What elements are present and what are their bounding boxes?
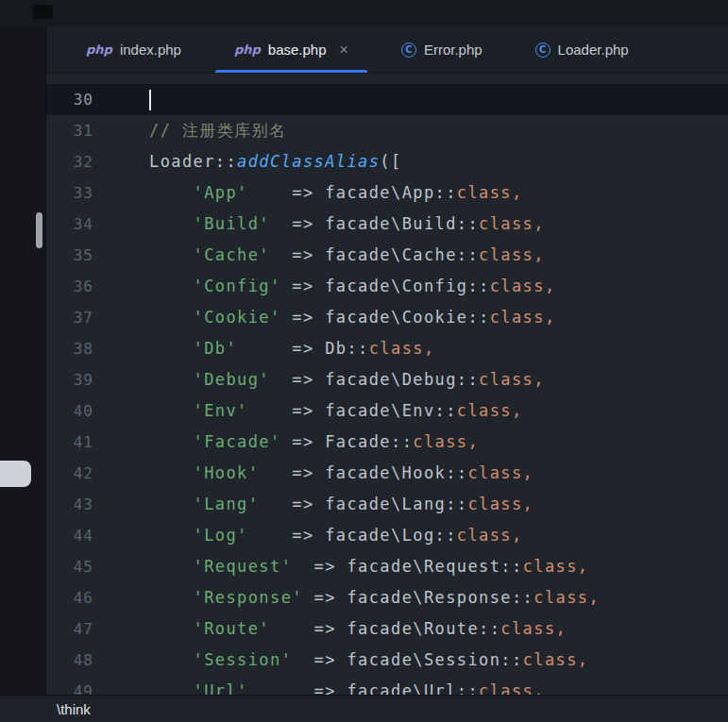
line-number[interactable]: 42 <box>46 458 93 489</box>
code-text[interactable]: 'Cache' => facade\Cache::class, <box>93 240 545 271</box>
code-text[interactable]: 'Db' => Db::class, <box>93 333 435 364</box>
code-line[interactable]: 30 <box>46 84 728 115</box>
line-number[interactable]: 44 <box>46 520 93 551</box>
code-line[interactable]: 39 'Debug' => facade\Debug::class, <box>46 364 728 395</box>
token-plain: facade\Session:: <box>347 650 522 669</box>
code-line[interactable]: 44 'Log' => facade\Log::class, <box>46 520 728 551</box>
code-line[interactable]: 36 'Config' => facade\Config::class, <box>46 271 728 302</box>
line-number[interactable]: 32 <box>46 146 93 177</box>
line-number[interactable]: 33 <box>46 177 93 209</box>
code-text[interactable]: 'Response' => facade\Response::class, <box>93 582 600 613</box>
token-plain: => <box>237 339 325 358</box>
token-plain: facade\Route:: <box>347 619 500 638</box>
token-plain <box>149 432 194 451</box>
token-str: 'Cache' <box>194 245 270 264</box>
menu-icon[interactable] <box>33 5 53 19</box>
tab-label: base.php <box>268 42 327 58</box>
token-str: 'Request' <box>194 557 293 576</box>
code-text[interactable]: Loader::addClassAlias([ <box>93 146 402 177</box>
code-line[interactable]: 42 'Hook' => facade\Hook::class, <box>46 458 728 489</box>
code-text[interactable]: 'Session' => facade\Session::class, <box>93 645 588 676</box>
token-plain: => <box>259 495 325 513</box>
token-plain: => <box>248 401 325 420</box>
code-text[interactable]: 'Build' => facade\Build::class, <box>93 209 545 240</box>
tab-Loader.php[interactable]: CLoader.php <box>513 26 652 73</box>
code-text[interactable]: 'Request' => facade\Request::class, <box>93 551 588 582</box>
token-kw: class, <box>479 214 545 233</box>
line-number[interactable]: 40 <box>46 395 93 427</box>
class-file-icon: C <box>401 42 416 58</box>
line-number[interactable]: 48 <box>46 645 93 676</box>
code-text[interactable]: 'Facade' => Facade::class, <box>93 427 479 458</box>
scrollbar-thumb[interactable] <box>36 212 42 248</box>
line-number[interactable]: 49 <box>46 676 93 695</box>
token-str: 'Lang' <box>194 495 260 513</box>
code-text[interactable]: 'Debug' => facade\Debug::class, <box>93 364 545 395</box>
line-number[interactable]: 45 <box>46 551 93 582</box>
line-number[interactable]: 36 <box>46 271 93 302</box>
token-kw: class, <box>523 650 589 669</box>
code-line[interactable]: 43 'Lang' => facade\Lang::class, <box>46 489 728 520</box>
line-number[interactable]: 43 <box>46 489 93 520</box>
token-str: 'Log' <box>194 526 248 545</box>
code-line[interactable]: 47 'Route' => facade\Route::class, <box>46 613 728 645</box>
token-plain: => <box>270 370 325 389</box>
breadcrumb[interactable]: \think <box>57 701 91 717</box>
code-line[interactable]: 32Loader::addClassAlias([ <box>46 146 728 177</box>
token-kw: class, <box>500 619 567 638</box>
token-method: addClassAlias <box>237 152 380 171</box>
code-line[interactable]: 38 'Db' => Db::class, <box>46 333 728 364</box>
code-text[interactable]: 'Env' => facade\Env::class, <box>93 395 523 427</box>
code-line[interactable]: 41 'Facade' => Facade::class, <box>46 427 728 458</box>
token-str: 'App' <box>194 183 248 202</box>
code-line[interactable]: 45 'Request' => facade\Request::class, <box>46 551 728 582</box>
line-number[interactable]: 34 <box>46 209 93 240</box>
code-text[interactable]: // 注册类库别名 <box>93 115 286 146</box>
tab-index.php[interactable]: phpindex.php <box>63 26 204 73</box>
class-file-icon: C <box>535 42 550 58</box>
code-line[interactable]: 35 'Cache' => facade\Cache::class, <box>46 240 728 271</box>
code-line[interactable]: 34 'Build' => facade\Build::class, <box>46 209 728 240</box>
code-line[interactable]: 40 'Env' => facade\Env::class, <box>46 395 728 427</box>
code-text[interactable]: 'Config' => facade\Config::class, <box>93 271 556 302</box>
code-text[interactable] <box>93 84 151 115</box>
line-number[interactable]: 31 <box>46 115 93 146</box>
code-line[interactable]: 37 'Cookie' => facade\Cookie::class, <box>46 302 728 333</box>
token-plain: => <box>248 681 347 695</box>
token-plain: Facade:: <box>325 432 413 451</box>
token-plain <box>149 526 194 545</box>
code-text[interactable]: 'App' => facade\App::class, <box>93 177 523 209</box>
code-line[interactable]: 49 'Url' => facade\Url::class, <box>46 676 728 695</box>
line-number[interactable]: 39 <box>46 364 93 395</box>
line-number[interactable]: 46 <box>46 582 93 613</box>
token-str: 'Db' <box>194 339 238 358</box>
code-text[interactable]: 'Lang' => facade\Lang::class, <box>93 489 533 520</box>
code-line[interactable]: 48 'Session' => facade\Session::class, <box>46 645 728 676</box>
code-text[interactable]: 'Url' => facade\Url::class, <box>93 676 545 695</box>
line-number[interactable]: 38 <box>46 333 93 364</box>
line-number[interactable]: 35 <box>46 240 93 271</box>
token-str: 'Route' <box>194 619 270 638</box>
token-plain: => <box>270 245 325 264</box>
token-plain <box>149 245 194 264</box>
code-editor[interactable]: 3031// 注册类库别名32Loader::addClassAlias([33… <box>46 74 728 695</box>
code-text[interactable]: 'Log' => facade\Log::class, <box>93 520 523 551</box>
line-number[interactable]: 30 <box>46 84 93 115</box>
close-tab-icon[interactable]: × <box>340 42 348 58</box>
line-number[interactable]: 47 <box>46 613 93 645</box>
code-text[interactable]: 'Hook' => facade\Hook::class, <box>93 458 533 489</box>
tab-Error.php[interactable]: CError.php <box>379 26 505 73</box>
line-number[interactable]: 37 <box>46 302 93 333</box>
token-plain <box>149 277 194 295</box>
token-plain: => <box>281 308 326 327</box>
tool-window-handle[interactable] <box>0 461 31 487</box>
line-number[interactable]: 41 <box>46 427 93 458</box>
tab-base.php[interactable]: phpbase.php× <box>212 26 371 73</box>
token-plain: => <box>292 557 347 576</box>
code-line[interactable]: 31// 注册类库别名 <box>46 115 728 146</box>
code-line[interactable]: 46 'Response' => facade\Response::class, <box>46 582 728 613</box>
code-line[interactable]: 33 'App' => facade\App::class, <box>46 177 728 209</box>
code-text[interactable]: 'Route' => facade\Route::class, <box>93 613 567 645</box>
token-plain: facade\Hook:: <box>325 463 467 482</box>
code-text[interactable]: 'Cookie' => facade\Cookie::class, <box>93 302 556 333</box>
